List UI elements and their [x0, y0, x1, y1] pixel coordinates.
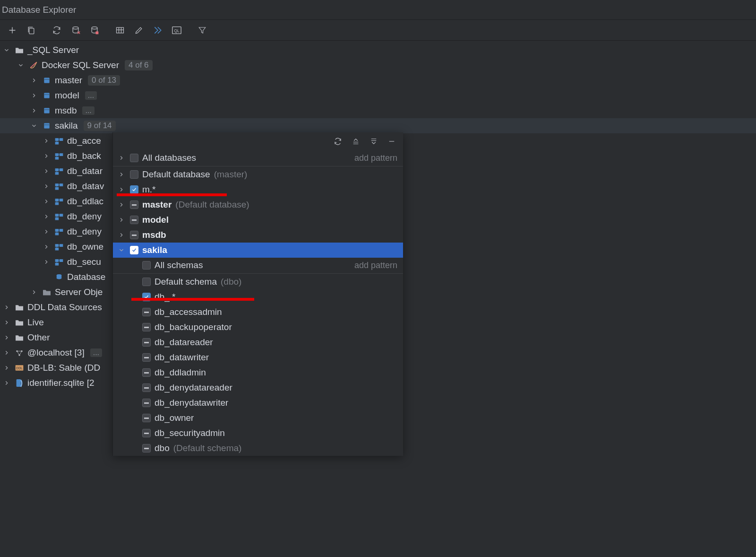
ql-button[interactable]: QL [167, 21, 186, 40]
panel-title-text: Database Explorer [2, 5, 76, 15]
stop-button[interactable] [66, 21, 85, 40]
table-view-button[interactable] [111, 21, 129, 40]
node-label: db_deny [67, 226, 102, 237]
checkbox-mixed[interactable] [130, 200, 138, 209]
chevron-right-icon[interactable] [29, 106, 39, 115]
chevron-down-icon[interactable] [2, 45, 11, 55]
chevron-right-icon[interactable] [42, 227, 51, 236]
checkbox-checked[interactable] [130, 246, 138, 254]
popup-schema-item[interactable]: db_accessadmin [113, 305, 403, 320]
checkbox-unchecked[interactable] [130, 170, 138, 179]
edit-button[interactable] [129, 21, 148, 40]
console-button[interactable] [148, 21, 167, 40]
chevron-right-icon[interactable] [29, 287, 39, 297]
checkbox-mixed[interactable] [142, 414, 151, 422]
delete-ds-button[interactable] [85, 21, 104, 40]
chevron-right-icon[interactable] [42, 257, 51, 267]
annotation-underline [131, 298, 254, 301]
chevron-right-icon[interactable] [29, 91, 39, 100]
checkbox-unchecked[interactable] [142, 261, 151, 270]
folder-icon [42, 287, 52, 297]
chevron-right-icon[interactable] [2, 303, 11, 312]
checkbox-checked[interactable] [130, 185, 138, 194]
popup-db-item[interactable]: msdb [113, 227, 403, 243]
chevron-right-icon[interactable] [117, 215, 126, 225]
tree-node-db-sakila[interactable]: sakila 9 of 14 [0, 118, 756, 133]
chevron-right-icon[interactable] [42, 242, 51, 252]
popup-schema-dbo[interactable]: dbo (Default schema) [113, 441, 403, 456]
filter-button[interactable] [193, 21, 212, 40]
chevron-down-icon[interactable] [29, 121, 39, 131]
tree-node-root[interactable]: _SQL Server [0, 43, 756, 58]
popup-schema-item[interactable]: db_ddladmin [113, 365, 403, 380]
chevron-right-icon[interactable] [42, 136, 51, 146]
add-pattern-link[interactable]: add pattern [354, 153, 403, 163]
chevron-right-icon[interactable] [42, 151, 51, 161]
chevron-right-icon[interactable] [29, 76, 39, 85]
popup-schema-item[interactable]: db_denydatawriter [113, 395, 403, 410]
copy-button[interactable] [22, 21, 41, 40]
tree-node-db-model[interactable]: model ... [0, 88, 756, 103]
chevron-right-icon[interactable] [117, 185, 126, 194]
popup-schema-item[interactable]: db_datareader [113, 335, 403, 350]
new-button[interactable] [3, 21, 22, 40]
chevron-right-icon[interactable] [42, 182, 51, 191]
folder-icon [14, 332, 25, 343]
checkbox-mixed[interactable] [142, 338, 151, 347]
refresh-button[interactable] [47, 21, 66, 40]
checkbox-mixed[interactable] [142, 444, 151, 453]
chevron-right-icon[interactable] [2, 318, 11, 327]
popup-schema-item[interactable]: db_securityadmin [113, 426, 403, 441]
count-badge: ... [85, 91, 97, 100]
database-icon [42, 105, 52, 116]
default-database-row[interactable]: Default database (master) [113, 167, 403, 182]
svg-rect-37 [55, 233, 59, 235]
minimize-button[interactable] [384, 134, 399, 149]
default-schema-row[interactable]: Default schema (dbo) [113, 274, 403, 289]
count-badge: ... [90, 348, 102, 357]
checkbox-unchecked[interactable] [142, 278, 151, 286]
tree-node-connection[interactable]: Docker SQL Server 4 of 6 [0, 58, 756, 73]
chevron-right-icon[interactable] [117, 153, 126, 163]
popup-db-sakila[interactable]: sakila [113, 243, 403, 258]
checkbox-mixed[interactable] [130, 231, 138, 239]
checkbox-mixed[interactable] [142, 383, 151, 392]
chevron-right-icon[interactable] [2, 378, 11, 388]
chevron-right-icon[interactable] [117, 200, 126, 209]
checkbox-mixed[interactable] [142, 368, 151, 377]
expand-all-button[interactable] [348, 134, 363, 149]
checkbox-unchecked[interactable] [130, 154, 138, 162]
chevron-down-icon[interactable] [16, 61, 26, 70]
popup-db-item[interactable]: model [113, 212, 403, 227]
popup-db-item[interactable]: master (Default database) [113, 197, 403, 212]
add-pattern-link[interactable]: add pattern [354, 261, 403, 270]
checkbox-mixed[interactable] [142, 353, 151, 362]
tree-node-db-msdb[interactable]: msdb ... [0, 103, 756, 118]
tree-node-db-master[interactable]: master 0 of 13 [0, 73, 756, 88]
all-databases-row[interactable]: All databases add pattern [113, 150, 403, 165]
checkbox-mixed[interactable] [142, 399, 151, 407]
checkbox-mixed[interactable] [142, 429, 151, 437]
chevron-right-icon[interactable] [42, 212, 51, 221]
popup-schema-item[interactable]: db_backupoperator [113, 320, 403, 335]
checkbox-mixed[interactable] [142, 308, 151, 316]
popup-schema-item[interactable]: db_denydatareader [113, 380, 403, 395]
node-label: db_secu [67, 257, 101, 267]
chevron-right-icon[interactable] [42, 197, 51, 206]
svg-rect-0 [29, 28, 34, 34]
popup-schema-item[interactable]: db_owner [113, 410, 403, 426]
chevron-right-icon[interactable] [117, 230, 126, 240]
schema-pattern-row[interactable]: db_.* [113, 289, 403, 305]
popup-schema-item[interactable]: db_datawriter [113, 350, 403, 365]
chevron-down-icon[interactable] [117, 245, 126, 255]
chevron-right-icon[interactable] [2, 363, 11, 373]
all-schemas-row[interactable]: All schemas add pattern [113, 258, 403, 273]
chevron-right-icon[interactable] [2, 333, 11, 342]
refresh-button[interactable] [330, 134, 345, 149]
checkbox-mixed[interactable] [142, 323, 151, 331]
collapse-all-button[interactable] [366, 134, 381, 149]
chevron-right-icon[interactable] [2, 348, 11, 357]
chevron-right-icon[interactable] [42, 166, 51, 176]
checkbox-mixed[interactable] [130, 216, 138, 224]
chevron-right-icon[interactable] [117, 170, 126, 179]
